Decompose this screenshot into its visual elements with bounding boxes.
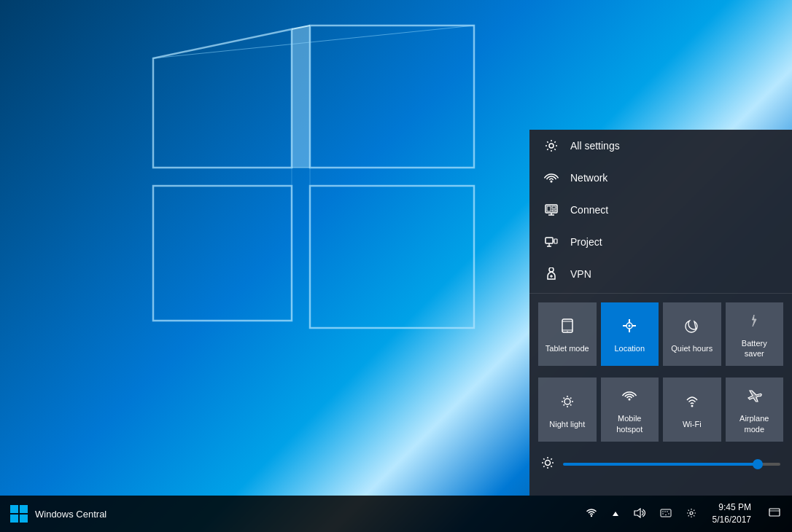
- svg-rect-18: [546, 238, 553, 243]
- svg-rect-54: [10, 515, 18, 523]
- vpn-item[interactable]: VPN: [529, 258, 792, 290]
- windows-logo: [95, 15, 503, 350]
- taskbar-logo: Windows Central: [0, 504, 115, 524]
- network-icon: [544, 171, 559, 185]
- svg-point-66: [690, 512, 693, 515]
- windows-flag-icon: [9, 504, 29, 524]
- svg-rect-17: [552, 210, 556, 211]
- settings-icon: [544, 138, 559, 153]
- svg-point-42: [691, 404, 693, 407]
- svg-marker-0: [153, 29, 292, 168]
- tiles-row-1: Tablet mode Location: [529, 297, 792, 372]
- brightness-slider[interactable]: [563, 463, 780, 466]
- project-item[interactable]: Project: [529, 226, 792, 258]
- project-label: Project: [570, 236, 602, 248]
- quiet-hours-label: Quiet hours: [671, 343, 713, 353]
- taskbar-arrow-icon[interactable]: [607, 505, 624, 523]
- svg-rect-67: [769, 509, 780, 516]
- svg-line-37: [563, 397, 564, 398]
- tiles-row-2: Night light Mobile hotspot: [529, 372, 792, 447]
- vpn-icon: [544, 267, 559, 281]
- taskbar-network-icon[interactable]: [581, 505, 602, 523]
- desktop: All settings Network: [0, 0, 792, 532]
- night-light-icon: [559, 394, 575, 413]
- airplane-mode-icon: [746, 388, 762, 407]
- svg-line-38: [570, 404, 571, 405]
- svg-rect-52: [10, 505, 18, 513]
- svg-marker-3: [310, 186, 474, 328]
- connect-icon: [544, 203, 559, 217]
- mobile-hotspot-label: Mobile hotspot: [607, 413, 653, 434]
- quiet-hours-icon: [684, 318, 700, 337]
- svg-marker-57: [613, 512, 618, 516]
- project-icon: [544, 235, 559, 249]
- svg-marker-1: [310, 26, 474, 168]
- network-label: Network: [570, 172, 607, 184]
- mobile-hotspot-icon: [621, 388, 637, 407]
- svg-rect-21: [554, 239, 557, 243]
- taskbar-notification-icon[interactable]: [763, 504, 786, 524]
- taskbar: Windows Central: [0, 496, 792, 532]
- connect-label: Connect: [570, 204, 608, 216]
- svg-rect-16: [552, 206, 556, 208]
- svg-rect-15: [547, 206, 551, 211]
- brightness-control: [529, 447, 792, 481]
- mobile-hotspot-tile[interactable]: Mobile hotspot: [601, 378, 659, 442]
- taskbar-right: 9:45 PM 5/16/2017: [581, 501, 792, 526]
- svg-rect-59: [661, 509, 671, 517]
- wifi-tile[interactable]: Wi-Fi: [663, 378, 721, 442]
- taskbar-settings-icon[interactable]: [682, 505, 701, 523]
- airplane-mode-tile[interactable]: Airplane mode: [726, 378, 784, 442]
- svg-point-32: [564, 399, 570, 404]
- location-tile[interactable]: Location: [601, 302, 659, 367]
- svg-line-51: [551, 458, 551, 459]
- brightness-thumb[interactable]: [753, 459, 763, 469]
- battery-saver-tile[interactable]: Battery saver: [726, 302, 784, 367]
- action-center: All settings Network: [529, 130, 792, 496]
- svg-point-41: [629, 399, 631, 401]
- network-item[interactable]: Network: [529, 162, 792, 194]
- quiet-hours-tile[interactable]: Quiet hours: [663, 302, 721, 367]
- svg-rect-55: [20, 515, 28, 523]
- tablet-mode-label: Tablet mode: [546, 343, 589, 353]
- night-light-tile[interactable]: Night light: [538, 378, 597, 442]
- night-light-label: Night light: [549, 419, 585, 429]
- divider-1: [529, 293, 792, 294]
- all-settings-label: All settings: [570, 140, 620, 152]
- taskbar-brand-label: Windows Central: [35, 509, 106, 520]
- tablet-mode-tile[interactable]: Tablet mode: [538, 302, 597, 367]
- battery-saver-icon: [746, 313, 762, 332]
- svg-point-11: [551, 180, 553, 182]
- taskbar-date: 5/16/2017: [713, 514, 751, 526]
- wifi-label: Wi-Fi: [683, 419, 702, 429]
- all-settings-item[interactable]: All settings: [529, 130, 792, 162]
- svg-line-40: [570, 397, 571, 398]
- airplane-mode-label: Airplane mode: [731, 413, 778, 434]
- location-icon: [621, 318, 637, 337]
- svg-point-56: [590, 515, 591, 516]
- svg-point-10: [549, 144, 554, 148]
- svg-line-48: [543, 458, 544, 459]
- svg-point-31: [629, 324, 631, 326]
- location-label: Location: [614, 343, 645, 353]
- svg-marker-4: [292, 26, 310, 168]
- brightness-icon: [541, 456, 554, 472]
- svg-line-49: [551, 466, 551, 466]
- svg-line-50: [543, 466, 544, 466]
- svg-marker-58: [634, 509, 640, 517]
- tablet-mode-icon: [559, 318, 575, 337]
- taskbar-keyboard-icon[interactable]: [656, 505, 676, 523]
- svg-rect-53: [20, 505, 28, 513]
- taskbar-clock[interactable]: 9:45 PM 5/16/2017: [707, 501, 757, 526]
- svg-marker-2: [153, 186, 292, 321]
- connect-item[interactable]: Connect: [529, 194, 792, 226]
- taskbar-time: 9:45 PM: [713, 501, 751, 514]
- svg-point-28: [567, 331, 568, 332]
- wifi-icon: [684, 394, 700, 413]
- svg-line-7: [153, 26, 474, 58]
- vpn-label: VPN: [570, 268, 591, 280]
- taskbar-volume-icon[interactable]: [629, 505, 650, 523]
- battery-saver-label: Battery saver: [731, 338, 778, 359]
- svg-point-23: [549, 267, 554, 272]
- svg-point-43: [546, 461, 551, 466]
